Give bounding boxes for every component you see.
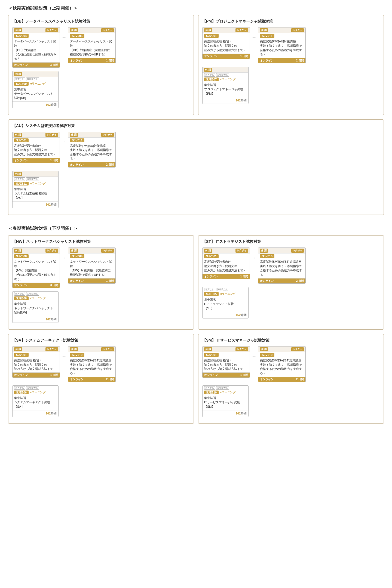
sound-none-badge: 音声なし [14, 292, 25, 296]
arrow-icon: → [62, 35, 66, 41]
elearning-row: 音声なし 説明文なし SJE308 eラーニング 集中演習ネットワークスペシャリ… [12, 291, 190, 323]
course-header: 休 講 レクチャ [68, 346, 115, 352]
kyukou-badge: 休 講 [204, 28, 212, 32]
course-body: 集中演習システム監査技術者試験【AU】 [13, 186, 58, 202]
course-hours: 162時間 [13, 410, 58, 417]
course-box[interactable]: 休 講 レクチャ SJV010 高度試験[SM][SA][ST]対策講座実践！論… [68, 346, 116, 382]
arrow-icon: → [62, 255, 66, 261]
exam-card-title: 【PM】プロジェクトマネージャ試験対策 [202, 19, 380, 24]
online-label: オンライン [14, 373, 28, 377]
course-box[interactable]: 休 講 レクチャ SJV001 高度試験受験者向け論文の書き方－問題文の読み方か… [202, 247, 250, 279]
course-body: 高度試験受験者向け論文の書き方－問題文の読み方から論文構成方法まで－ [13, 357, 60, 373]
course-id: SJV011 [260, 34, 274, 38]
exam-card: 【DB】データベーススペシャリスト試験対策 休 講 レクチャ SJV004 デー… [8, 15, 194, 115]
exam-card: 【SM】 ITサービスマネージャ試験対策 休 講 レクチャ SJV001 高度試… [198, 334, 384, 424]
course-box[interactable]: 休 講 レクチャ SJV005 データベーススペシャリスト試験【DB】対策講座（… [68, 27, 116, 63]
elearning-box[interactable]: 休 講 音声なし 説明文なし SJE309 eラーニング 集中演習データベースス… [12, 71, 59, 108]
course-footer: オンライン 1 日間 [13, 158, 60, 163]
online-label: オンライン [14, 63, 28, 67]
sound-none-badge: 音声なし [204, 386, 215, 390]
course-id: SJV001 [204, 34, 219, 38]
course-body: 集中演習ネットワークスペシャリスト試験[NW] [13, 301, 58, 316]
course-box[interactable]: 休 講 レクチャ SJV010 高度試験[SM][SA][ST]対策講座実践！論… [258, 247, 306, 284]
exam-card: 【NW】ネットワークスペシャリスト試験対策 休 講 レクチャ SJV008 ネッ… [8, 235, 194, 330]
online-label: オンライン [260, 377, 274, 381]
course-box[interactable]: 休 講 レクチャ SJV011 高度試験[PM][AU]対策講座実践！論文を書く… [68, 132, 116, 168]
course-body: 集中演習データベーススペシャリスト試験[DB] [13, 86, 58, 102]
arrow-icon: → [62, 354, 66, 360]
lecture-badge: レクチャ [101, 249, 114, 253]
course-id-row: SJV010 [258, 253, 305, 259]
course-header: 休 講 レクチャ [203, 346, 250, 352]
sound-none-badge: 音声なし [14, 386, 25, 390]
course-body: 高度試験[SM][SA][ST]対策講座実践！論文を書く－添削指導で合格するため… [258, 259, 305, 278]
course-body: 高度試験受験者向け論文の書き方－問題文の読み方から論文構成方法まで－ [203, 38, 250, 54]
course-footer: オンライン 1 日間 [203, 274, 250, 279]
course-id-row: SJV008 [13, 253, 60, 259]
lecture-row: 休 講 レクチャ SJV001 高度試験受験者向け論文の書き方－問題文の読み方か… [202, 247, 380, 284]
course-hours: 162時間 [13, 102, 58, 108]
cards-row: 【AU】システム監査技術者試験対策 休 講 レクチャ SJV001 高度試験受験… [8, 119, 384, 215]
days-label: 1 日間 [240, 275, 248, 278]
online-label: オンライン [70, 59, 84, 63]
online-label: オンライン [204, 54, 218, 58]
elearning-box[interactable]: 休 講 音声なし 説明文なし SJE307 eラーニング 集中演習プロジェクトマ… [202, 67, 249, 104]
course-id: SJV010 [70, 353, 84, 357]
sound-none-badge: 音声なし [204, 288, 215, 291]
elearning-box[interactable]: 音声なし 説明文なし SJE310 eラーニング 集中演習ITサービスマネージャ… [202, 385, 249, 417]
course-box[interactable]: 休 講 レクチャ SJV008 ネットワークスペシャリスト試験【NW】対策講座（… [12, 247, 60, 288]
course-header: 休 講 レクチャ [13, 346, 60, 352]
exam-card-title: 【AU】システム監査技術者試験対策 [12, 123, 380, 128]
course-id: SJE311 [14, 182, 29, 185]
course-footer: オンライン 1 日間 [203, 54, 250, 59]
course-box[interactable]: 休 講 レクチャ SJV009 ネットワークスペシャリスト試験【NW】対策講座（… [68, 247, 116, 284]
lecture-row: 休 講 レクチャ SJV001 高度試験受験者向け論文の書き方－問題文の読み方か… [202, 27, 380, 63]
course-box[interactable]: 休 講 レクチャ SJV004 データベーススペシャリスト試験【DB】対策講座（… [12, 27, 60, 68]
course-box[interactable]: 休 講 レクチャ SJV001 高度試験受験者向け論文の書き方－問題文の読み方か… [12, 132, 60, 163]
elearning-box[interactable]: 音声なし 説明文なし SJE305 eラーニング 集中演習ITストラテジスト試験… [202, 287, 249, 318]
elearning-box[interactable]: 音声なし 説明文なし SJE306 eラーニング 集中演習システムアーキテクト試… [12, 385, 59, 417]
course-footer: オンライン 2 日間 [258, 278, 305, 283]
days-label: 1 日間 [240, 373, 248, 377]
course-id-row: SJE310 eラーニング [203, 390, 248, 395]
sound-none-badge: 音声なし [14, 177, 25, 181]
course-footer: オンライン 3 日間 [13, 283, 60, 288]
kyukou-badge: 休 講 [260, 347, 268, 351]
exam-card-title: 【ST】 ITストラテジスト試験対策 [202, 239, 380, 244]
course-body: ネットワークスペシャリスト試験【NW】対策講座（合格に必要な知識と解答力を養う） [13, 259, 60, 283]
kyukou-badge: 休 講 [260, 28, 268, 32]
days-label: 1 日間 [50, 373, 58, 377]
lecture-badge: レクチャ [235, 28, 248, 32]
elearning-label: eラーニング [220, 78, 235, 81]
course-header: 休 講 [203, 67, 248, 73]
elearning-box[interactable]: 休 講 音声なし 説明文なし SJE311 eラーニング 集中演習システム監査技… [12, 171, 59, 208]
lecture-badge: レクチャ [101, 28, 114, 32]
course-id: SJE308 [14, 296, 29, 300]
course-body: 高度試験[PM][AU]対策講座実践！論文を書く－添削指導で合格するための論述力… [68, 143, 115, 163]
online-label: オンライン [204, 373, 218, 377]
cards-row: 【SA】システムアーキテクト試験対策 休 講 レクチャ SJV001 高度試験受… [8, 334, 384, 424]
course-box[interactable]: 休 講 レクチャ SJV011 高度試験[PM][AU]対策講座実践！論文を書く… [258, 27, 306, 63]
lecture-badge: レクチャ [45, 133, 58, 137]
lecture-row: 休 講 レクチャ SJV008 ネットワークスペシャリスト試験【NW】対策講座（… [12, 247, 190, 288]
course-id-row: SJV004 [13, 33, 60, 38]
elearning-row: 音声なし 説明文なし SJE305 eラーニング 集中演習ITストラテジスト試験… [202, 287, 380, 318]
course-box[interactable]: 休 講 レクチャ SJV001 高度試験受験者向け論文の書き方－問題文の読み方か… [12, 346, 60, 378]
course-body: 集中演習ITサービスマネージャ試験【SM】 [203, 395, 248, 410]
kyukou-badge: 休 講 [14, 72, 22, 76]
course-box[interactable]: 休 講 レクチャ SJV010 高度試験[SM][SA][ST]対策講座実践！論… [258, 346, 306, 382]
arrow-icon: → [252, 35, 256, 41]
exam-card: 【PM】プロジェクトマネージャ試験対策 休 講 レクチャ SJV001 高度試験… [198, 15, 384, 115]
days-label: 2 日間 [296, 377, 304, 381]
kyukou-badge: 休 講 [260, 249, 268, 253]
lecture-row: 休 講 レクチャ SJV004 データベーススペシャリスト試験【DB】対策講座（… [12, 27, 190, 68]
course-box[interactable]: 休 講 レクチャ SJV001 高度試験受験者向け論文の書き方－問題文の読み方か… [202, 27, 250, 59]
course-id-row: SJE305 eラーニング [203, 291, 248, 296]
course-id-row: SJV011 [68, 138, 115, 143]
course-id: SJV001 [204, 254, 219, 258]
kyukou-badge: 休 講 [14, 347, 22, 351]
exam-card: 【AU】システム監査技術者試験対策 休 講 レクチャ SJV001 高度試験受験… [8, 119, 384, 215]
course-box[interactable]: 休 講 レクチャ SJV001 高度試験受験者向け論文の書き方－問題文の読み方か… [202, 346, 250, 378]
lecture-badge: レクチャ [45, 249, 58, 253]
elearning-box[interactable]: 音声なし 説明文なし SJE308 eラーニング 集中演習ネットワークスペシャリ… [12, 291, 59, 323]
